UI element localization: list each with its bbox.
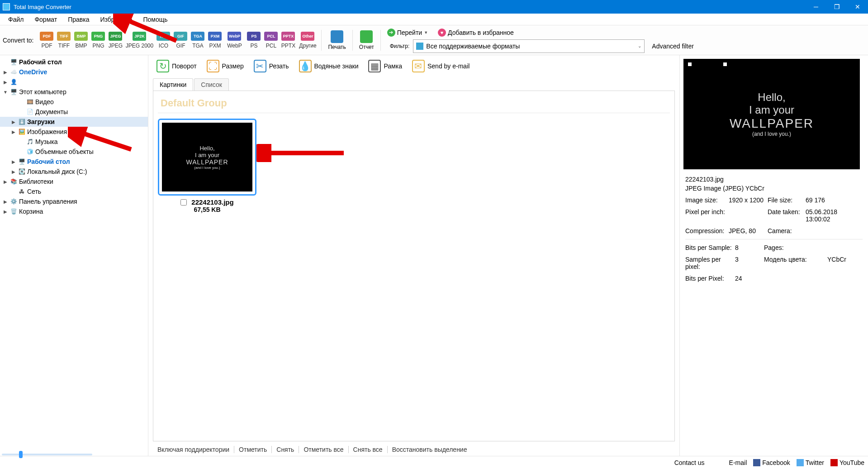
format-gif[interactable]: GIFGIF (172, 32, 189, 49)
filter-label: Фильтр: (390, 43, 410, 49)
tool-рамка[interactable]: ▦Рамка (365, 58, 405, 74)
view-tabs: Картинки Список (148, 77, 679, 91)
caret-right-icon[interactable]: ▶ (11, 129, 16, 134)
tree-item[interactable]: ▶🗑️Корзина (0, 206, 148, 216)
details-cell: YCbCr (827, 256, 854, 270)
thumbnail-item[interactable]: Hello, I am your WALLPAPER (and I love y… (158, 119, 256, 213)
caret-right-icon[interactable]: ▶ (11, 169, 16, 174)
tool-send-by-e-mail[interactable]: ✉Send by e-mail (409, 58, 472, 74)
email-link[interactable]: E-mail (729, 459, 747, 466)
folder-icon: 🎵 (26, 138, 33, 145)
facebook-link[interactable]: Facebook (753, 459, 790, 466)
format-pxm[interactable]: PXMPXM (206, 32, 223, 49)
advanced-filter-link[interactable]: Advanced filter (652, 43, 694, 50)
tree-item[interactable]: 🖥️Рабочий стол (0, 57, 148, 67)
format-webp[interactable]: WebPWebP (223, 32, 245, 49)
menu-правка[interactable]: Правка (62, 14, 95, 24)
listbar-снять-все[interactable]: Снять все (349, 446, 388, 453)
zoom-slider[interactable] (2, 454, 92, 455)
listbar-отметить-все[interactable]: Отметить все (299, 446, 348, 453)
details-cell: 24 (735, 275, 764, 282)
tree-item[interactable]: ▶🖼️Изображения (0, 127, 148, 137)
contact-us-link[interactable]: Contact us (674, 459, 705, 466)
format-badge-icon: TGA (191, 32, 204, 41)
caret-right-icon[interactable]: ▶ (3, 179, 8, 184)
format-jpeg[interactable]: JPEGJPEG (107, 32, 124, 49)
format-pdf[interactable]: PDFPDF (38, 32, 55, 49)
tool-поворот[interactable]: ↻Поворот (154, 58, 199, 74)
thumbnail-area[interactable]: Default Group Hello, I am your WALLPAPER… (153, 91, 675, 441)
thumbnail-checkbox[interactable] (180, 199, 187, 206)
tree-item-label: Сеть (27, 188, 41, 195)
caret-down-icon[interactable]: ▼ (3, 90, 8, 95)
tree-item[interactable]: ▶📚Библиотеки (0, 177, 148, 187)
filter-select[interactable]: Все поддерживаемые форматы ⌄ (413, 39, 645, 53)
tree-item[interactable]: ▶⬇️Загрузки (0, 117, 148, 127)
tree-item[interactable]: ▶☁️OneDrive (0, 67, 148, 77)
listbar-включая-поддиректории[interactable]: Включая поддиректории (153, 446, 234, 453)
listbar-снять[interactable]: Снять (272, 446, 299, 453)
tree-item[interactable]: 📄Документы (0, 107, 148, 117)
tool-размер[interactable]: ⛶Размер (204, 58, 247, 74)
tree-item[interactable]: ▶🖥️Рабочий стол (0, 157, 148, 167)
caret-right-icon[interactable]: ▶ (3, 199, 8, 204)
folder-icon: 💽 (18, 168, 25, 175)
format-ps[interactable]: PSPS (245, 32, 262, 49)
tab-list[interactable]: Список (194, 78, 229, 91)
youtube-link[interactable]: YouTube (830, 459, 864, 466)
format-jpeg2000[interactable]: JP2KJPEG 2000 (124, 32, 155, 49)
print-label: Печать (328, 44, 346, 50)
tool-резать[interactable]: ✂Резать (251, 58, 292, 74)
tree-item[interactable]: ▼🖥️Этот компьютер (0, 87, 148, 97)
format-png[interactable]: PNGPNG (90, 32, 107, 49)
format-другие[interactable]: OtherДругие (297, 32, 318, 49)
tab-pictures[interactable]: Картинки (153, 78, 193, 91)
caret-right-icon[interactable]: ▶ (3, 70, 8, 75)
format-badge-icon: PPTX (281, 32, 295, 41)
details-cell: Camera: (768, 227, 806, 234)
menu-помощь[interactable]: Помощь (138, 14, 173, 24)
twitter-icon (797, 459, 804, 466)
tree-item[interactable]: ▶⚙️Панель управления (0, 196, 148, 206)
details-cell: Pages: (764, 244, 827, 251)
format-pptx[interactable]: PPTXPPTX (280, 32, 297, 49)
caret-right-icon[interactable]: ▶ (3, 209, 8, 214)
minimize-button[interactable]: ─ (806, 0, 826, 14)
menu-формат[interactable]: Формат (29, 14, 62, 24)
menu-файл[interactable]: Файл (3, 14, 29, 24)
print-button[interactable]: Печать (324, 30, 349, 50)
details-grid-1: Image size:1920 x 1200File size:69 176Pi… (685, 196, 863, 234)
tool-водяные-знаки[interactable]: 💧Водяные знаки (296, 58, 361, 74)
format-bmp[interactable]: BMPBMP (72, 32, 90, 49)
twitter-link[interactable]: Twitter (797, 459, 824, 466)
tree-item[interactable]: ▶💽Локальный диск (C:) (0, 167, 148, 177)
folder-tree[interactable]: 🖥️Рабочий стол▶☁️OneDrive▶👤▼🖥️Этот компь… (0, 55, 148, 456)
maximize-button[interactable]: ❐ (826, 0, 847, 14)
details-cell: Samples per pixel: (685, 256, 735, 270)
details-cell: 05.06.2018 13:00:02 (806, 208, 863, 223)
format-tiff[interactable]: TIFFTIFF (55, 32, 72, 49)
add-favorite-button[interactable]: ♥ Добавить в избранное (436, 28, 516, 38)
folder-icon: 🖧 (18, 188, 25, 195)
tree-item[interactable]: 🎵Музыка (0, 137, 148, 147)
menu-избранное[interactable]: Избранное (95, 14, 138, 24)
group-header: Default Group (161, 97, 670, 109)
tree-item[interactable]: 🎞️Видео (0, 97, 148, 107)
caret-right-icon[interactable]: ▶ (11, 120, 16, 124)
tree-item[interactable]: 🧊Объемные объекты (0, 147, 148, 157)
tree-item-label: Панель управления (19, 198, 77, 205)
report-button[interactable]: Отчет (356, 30, 378, 50)
format-ico[interactable]: ICOICO (155, 32, 172, 49)
format-pcl[interactable]: PCLPCL (262, 32, 280, 49)
listbar-отметить[interactable]: Отметить (234, 446, 272, 453)
listbar-восстановить-выделение[interactable]: Восстановить выделение (388, 446, 472, 453)
tree-item[interactable]: ▶👤 (0, 77, 148, 87)
close-button[interactable]: ✕ (847, 0, 868, 14)
details-cell: 69 176 (806, 196, 863, 204)
format-tga[interactable]: TGATGA (189, 32, 206, 49)
tree-item-label: Документы (35, 108, 68, 115)
caret-right-icon[interactable]: ▶ (3, 80, 8, 85)
caret-right-icon[interactable]: ▶ (11, 159, 16, 164)
goto-button[interactable]: ➔ Перейти ▼ (385, 28, 430, 38)
tree-item[interactable]: 🖧Сеть (0, 187, 148, 196)
